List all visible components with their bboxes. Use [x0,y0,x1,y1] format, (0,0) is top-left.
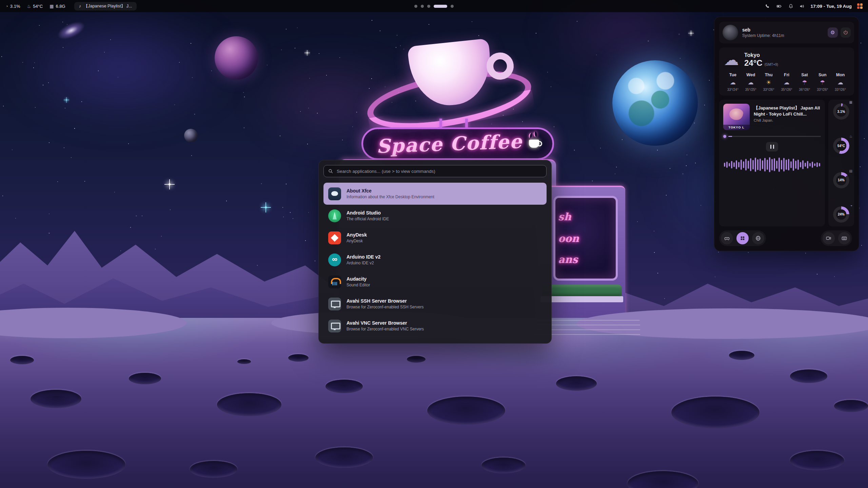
app-icon [328,231,341,244]
system-gauge: 3.1% ▦ [831,102,851,121]
gamepad-icon [724,235,730,241]
app-description: Browse for Zeroconf-enabled VNC Servers [347,327,424,331]
gamepad-button[interactable] [721,232,733,244]
app-list: About Xfce Information about the Xfce De… [323,183,547,337]
waveform-bar [812,162,813,168]
progress-handle[interactable] [723,135,726,138]
progress-row [723,135,821,138]
cpu-stat[interactable]: ◔ 3.1% [5,4,20,9]
app-text: Avahi SSH Server Browser Browse for Zero… [347,298,423,309]
weather-city: Tokyo [744,52,778,58]
app-icon [328,320,341,332]
search-input[interactable] [337,169,542,174]
app-launcher: About Xfce Information about the Xfce De… [318,160,552,344]
app-grid-icon[interactable] [857,3,863,9]
user-actions: ⚙ [828,27,851,38]
workspace-dot[interactable] [434,5,447,8]
topbar-right-cluster: 17:09 - Tue, 19 Aug [765,3,863,9]
waveform-bar [757,159,758,170]
capture-group [821,230,852,246]
app-row[interactable]: Avahi SSH Server Browser Browse for Zero… [323,293,547,315]
app-row[interactable]: Avahi VNC Server Browser Browse for Zero… [323,315,547,337]
crater [326,380,363,393]
app-row[interactable]: Android Studio The official Android IDE [323,205,547,227]
forecast-weather-icon: ☁ [748,80,754,85]
battery-icon[interactable] [776,3,783,9]
app-description: The official Android IDE [347,217,389,221]
app-row[interactable]: Arduino IDE v2 Arduino IDE v2 [323,249,547,271]
cpu-meter-icon: ◔ [5,4,8,9]
forecast-weather-icon: ☁ [837,80,843,85]
forecast-day-label: Sat [801,73,808,77]
waveform-bar [805,163,806,167]
pause-button[interactable] [766,142,778,151]
ram-stat[interactable]: ▦ 6.8G [50,4,65,9]
waveform-bar [733,162,735,167]
keyboard-button[interactable] [838,232,850,244]
album-art[interactable]: TOKYO L [723,104,750,130]
now-playing-pill[interactable]: ♪ 【Japanese Playlist】 J... [74,2,137,11]
forecast-day: Sun ☂ 33°/26° [813,73,831,92]
app-icon [328,253,341,266]
temperature-stat[interactable]: ♨ 54°C [27,4,43,9]
weekly-forecast: Tue ☁ 33°/24° Wed ☁ 35°/25° Thu ☀ 33°/26… [724,73,849,92]
ram-chip-icon: ▦ [50,4,54,9]
app-row[interactable]: AnyDesk AnyDesk [323,227,547,249]
progress-track[interactable] [728,136,821,137]
gauge-value: 3.1% [831,102,851,121]
globe-icon [755,235,761,241]
workspace-dot[interactable] [421,5,424,8]
quick-actions-row [719,230,854,246]
app-row[interactable]: Audacity Sound Editor [323,271,547,293]
grid-dot [860,6,863,9]
clock[interactable]: 17:09 - Tue, 19 Aug [810,4,852,9]
waveform-bar [729,163,730,166]
crater [481,458,526,473]
gauge-value: 24% [831,205,851,224]
waveform-bar [816,162,818,167]
waveform-bar [752,160,754,169]
workspace-dot[interactable] [451,5,454,8]
waveform-bar [724,163,725,167]
settings-button[interactable]: ⚙ [828,27,838,38]
waveform-bar [800,162,801,167]
waveform-bar [809,163,811,166]
globe-button[interactable] [752,232,764,244]
forecast-day-label: Wed [746,73,755,77]
workspace-dot[interactable] [414,5,417,8]
media-section: TOKYO L 【Japanese Playlist】 Japan All Ni… [719,100,854,226]
grid-dot [857,6,860,9]
workspace-dot[interactable] [427,5,430,8]
track-title: 【Japanese Playlist】 Japan All Night - To… [754,105,821,117]
crater [627,471,698,488]
music-note-icon: ♪ [79,4,81,8]
album-art-label: TOKYO L [723,125,750,130]
waveform-bar [776,161,777,169]
workspace-indicator [414,0,454,12]
bell-icon[interactable] [788,3,794,9]
app-text: AnyDesk AnyDesk [347,232,367,243]
app-drawer-button[interactable] [736,232,749,244]
app-name: Avahi SSH Server Browser [347,298,423,304]
volume-icon[interactable] [799,3,805,9]
forecast-temps: 33°/26° [835,88,846,92]
search-bar[interactable] [323,165,547,177]
waveform-bar [783,158,785,171]
app-text: Audacity Sound Editor [347,276,370,287]
crater [427,396,505,425]
forecast-weather-icon: ☂ [802,80,807,85]
waveform-bar [741,160,742,170]
app-row[interactable]: About Xfce Information about the Xfce De… [323,183,547,205]
system-gauge: 24% ◒ [831,205,851,224]
forecast-temps: 33°/26° [817,88,828,92]
track-info: 【Japanese Playlist】 Japan All Night - To… [754,104,821,130]
phone-icon[interactable] [765,3,770,9]
app-name: Arduino IDE v2 [347,254,380,260]
gauge-icon: ♨ [849,135,852,138]
app-text: Arduino IDE v2 Arduino IDE v2 [347,254,380,265]
camera-button[interactable] [823,232,835,244]
crater [671,396,760,428]
power-button[interactable] [841,27,851,38]
forecast-day-label: Sun [818,73,827,77]
crater [10,356,34,364]
